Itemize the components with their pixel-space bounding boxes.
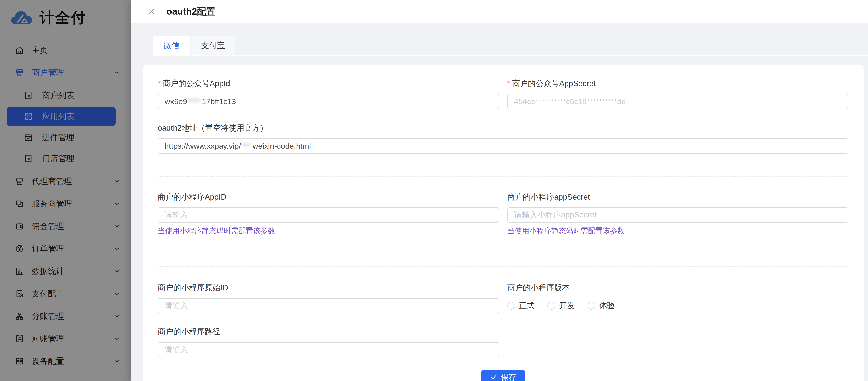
section-divider [158,176,848,177]
required-mark: * [507,79,510,88]
field-appid: *商户的公众号AppId wx6e9****17bff1c13 [158,78,499,109]
appid-input[interactable]: wx6e9****17bff1c13 [158,94,499,109]
placeholder-text: 454ce**********c6c19**********dd [514,97,626,106]
mini-appid-helper-link[interactable]: 当使用小程序静态码时需配置该参数 [158,226,275,236]
radio-circle-icon [588,302,595,310]
placeholder-text: 请输入 [164,344,188,355]
check-icon [490,374,497,381]
field-label: 商户的小程序原始ID [158,282,499,293]
form-card: *商户的公众号AppId wx6e9****17bff1c13 *商户的公众号A… [143,65,864,381]
oauth2-url-input[interactable]: https://www.xxpay.vip/***weixin-code.htm… [158,138,848,154]
redacted-text: *** [241,141,250,151]
close-icon[interactable] [147,7,156,17]
save-button[interactable]: 保存 [482,370,525,381]
drawer-header: oauth2配置 [131,0,868,24]
field-mini-path: 商户的小程序路径 请输入 [158,326,499,357]
placeholder-text: 请输入小程序appSecret [514,210,597,220]
field-appsecret: *商户的公众号AppSecret 454ce**********c6c19***… [507,78,849,109]
mini-appsecret-helper-link[interactable]: 当使用小程序静态码时需配置该参数 [507,226,625,236]
field-oauth2-url: oauth2地址（置空将使用官方） https://www.xxpay.vip/… [158,123,848,154]
field-label: 商户的小程序AppID [158,192,499,202]
tab-bar: 微信 支付宝 [153,36,868,56]
field-label: *商户的公众号AppSecret [507,78,849,89]
tab-wechat[interactable]: 微信 [153,36,190,55]
oauth2-config-drawer: oauth2配置 微信 支付宝 *商户的公众号AppId wx6e9****17… [131,0,868,381]
mini-appsecret-input[interactable]: 请输入小程序appSecret [507,208,849,223]
field-mini-appsecret: 商户的小程序appSecret 请输入小程序appSecret 当使用小程序静态… [507,192,849,236]
appsecret-input[interactable]: 454ce**********c6c19**********dd [507,94,849,109]
tab-alipay[interactable]: 支付宝 [191,36,236,55]
field-label: 商户的小程序路径 [158,326,499,337]
radio-circle-icon [548,302,555,310]
section-divider [158,266,848,267]
field-mini-original-id: 商户的小程序原始ID 请输入 [158,282,499,313]
required-mark: * [158,79,161,88]
field-label: oauth2地址（置空将使用官方） [158,123,848,133]
mini-appid-input[interactable]: 请输入 [158,208,499,223]
field-label: 商户的小程序版本 [507,282,849,293]
placeholder-text: 请输入 [164,210,188,220]
field-label: *商户的公众号AppId [158,78,499,89]
radio-develop[interactable]: 开发 [548,300,575,311]
radio-circle-icon [507,302,515,310]
drawer-title: oauth2配置 [166,5,216,18]
field-mini-appid: 商户的小程序AppID 请输入 当使用小程序静态码时需配置该参数 [158,192,499,236]
redacted-text: **** [188,97,200,106]
field-label: 商户的小程序appSecret [507,192,849,202]
placeholder-text: 请输入 [164,300,188,311]
mini-path-input[interactable]: 请输入 [158,342,499,357]
radio-trial[interactable]: 体验 [588,300,615,311]
mini-version-radio-group: 正式 开发 体验 [507,298,849,313]
field-mini-version: 商户的小程序版本 正式 开发 体验 [507,282,849,357]
radio-release[interactable]: 正式 [507,300,535,311]
mini-original-id-input[interactable]: 请输入 [158,298,499,313]
